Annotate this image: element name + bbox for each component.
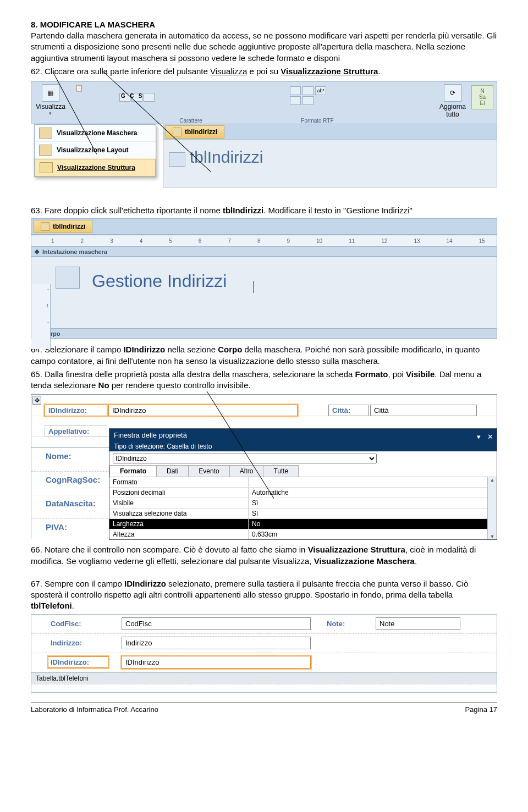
step-66: 66. Notare che il controllo non scompare… xyxy=(31,544,497,567)
scroll-down-icon: ▼ xyxy=(490,534,495,539)
nome-label[interactable]: Nome: xyxy=(46,451,72,461)
visualizza-button[interactable]: ▦ Visualizza ▾ xyxy=(36,84,65,116)
aggiorna-button[interactable]: ⟳ Aggiorna tutto xyxy=(436,84,469,118)
field-label[interactable]: Indirizzo: xyxy=(48,637,108,649)
ruler: 123456789101112131415 xyxy=(31,235,497,247)
footer-right: Pagina 17 xyxy=(465,705,497,714)
note-label[interactable]: Note: xyxy=(324,618,362,629)
step-63: 63. Fare doppio click sull'etichetta rip… xyxy=(31,205,497,216)
ribbon: ▦ Visualizza ▾ 📋 G C S ab² ⟳ Aggiorna tu… xyxy=(31,81,497,124)
prop-row[interactable]: Altezza0.633cm xyxy=(109,529,487,539)
ab-button[interactable]: ab² xyxy=(315,86,326,95)
field-box[interactable]: CodFisc xyxy=(122,617,311,630)
propsheet-dropdown-icon[interactable]: ▾ xyxy=(477,433,482,438)
appellativo-label[interactable]: Appellativo: xyxy=(45,426,107,437)
field-box[interactable]: Indirizzo xyxy=(122,637,311,649)
refresh-icon: ⟳ xyxy=(444,84,461,102)
bold-button[interactable] xyxy=(119,93,130,102)
propsheet-close-icon[interactable]: ✕ xyxy=(487,433,492,438)
paste-icon: 📋 xyxy=(72,84,86,101)
form-canvas: tblIndirizzi xyxy=(163,140,497,187)
note-field[interactable]: Note xyxy=(376,617,460,630)
list-button[interactable] xyxy=(290,86,301,95)
design-surface: -1- Gestione Indirizzi xyxy=(31,257,497,329)
field-box[interactable]: IDIndirizzo xyxy=(122,656,311,669)
datanascita-label[interactable]: DataNascita: xyxy=(46,499,96,508)
text-cursor xyxy=(254,281,254,293)
dropdown-item-struttura[interactable]: Visualizzazione Struttura xyxy=(35,159,156,176)
italic-button[interactable] xyxy=(131,93,142,102)
piva-label[interactable]: PIVA: xyxy=(46,522,67,532)
citta-label[interactable]: Città: xyxy=(328,405,369,416)
numbered-button[interactable] xyxy=(302,86,314,95)
vertical-ruler: -1- xyxy=(31,284,51,349)
section-corpo-bar: ◆ Corpo xyxy=(31,329,497,339)
table-caption-bar: Tabella.tblTelefoni xyxy=(31,672,497,684)
form-view-icon: ▦ xyxy=(42,84,59,102)
indent-inc-button[interactable] xyxy=(302,96,314,105)
gestione-label[interactable]: Gestione Indirizzi xyxy=(92,271,227,291)
section-expand-icon: ◆ xyxy=(35,248,39,255)
rtf-group: Formato RTF xyxy=(284,118,350,124)
prop-tab-evento[interactable]: Evento xyxy=(188,465,229,477)
prop-row[interactable]: VisibileSì xyxy=(109,498,487,509)
prop-row[interactable]: LarghezzaNo xyxy=(109,519,487,529)
propsheet-title: Finestra delle proprietà xyxy=(114,431,187,439)
propsheet-object-select[interactable]: IDIndirizzo xyxy=(113,454,377,463)
prop-tab-dati[interactable]: Dati xyxy=(156,465,189,477)
step-64: 64. Selezionare il campo IDIndirizzo nel… xyxy=(31,344,497,367)
form-icon xyxy=(169,152,185,167)
idindirizzo-label[interactable]: IDIndirizzo: xyxy=(45,405,107,416)
figure-2: tblIndirizzi 123456789101112131415 ◆ Int… xyxy=(31,218,497,339)
tabstrip: tblIndirizzi xyxy=(163,124,497,140)
citta-field[interactable]: Città xyxy=(370,405,477,416)
intro-paragraph: Partendo dalla maschera generata in auto… xyxy=(31,30,497,64)
tabstrip-2: tblIndirizzi xyxy=(31,218,497,235)
figure-4: CodFisc:CodFiscNote:NoteIndirizzo:Indiri… xyxy=(31,614,497,693)
step-65: 65. Dalla finestra delle proprietà posta… xyxy=(31,369,497,391)
idindirizzo-field[interactable]: IDIndirizzo xyxy=(108,405,298,416)
field-label[interactable]: IDIndirizzo: xyxy=(48,656,108,668)
design-row: CodFisc:CodFiscNote:Note xyxy=(31,615,497,634)
indent-dec-button[interactable] xyxy=(290,96,301,105)
propsheet-scrollbar[interactable]: ▲▼ xyxy=(487,477,497,539)
prop-tab-formato[interactable]: Formato xyxy=(109,465,157,477)
scroll-up-icon: ▲ xyxy=(490,477,495,483)
form-tab-icon xyxy=(173,128,182,136)
underline-button[interactable] xyxy=(144,93,155,102)
footer-left: Laboratorio di Informatica Prof. Accarin… xyxy=(31,705,158,714)
move-handle-icon[interactable]: ✥ xyxy=(32,396,41,405)
design-row: Indirizzo:Indirizzo xyxy=(31,634,497,653)
prop-row[interactable]: Visualizza selezione dataSì xyxy=(109,509,487,519)
prop-row[interactable]: Formato xyxy=(109,477,487,488)
form-title-label: tblIndirizzi xyxy=(163,140,497,167)
layout-icon xyxy=(39,145,52,156)
incolla-button[interactable]: 📋 xyxy=(67,84,91,102)
propsheet-tabs: FormatoDatiEventoAltroTutte xyxy=(109,465,497,477)
form-icon xyxy=(39,128,52,139)
property-sheet: Finestra delle proprietà ▾ ✕ Tipo di sel… xyxy=(109,428,497,540)
figure-3: ✥ IDIndirizzo: IDIndirizzo Città: Città … xyxy=(31,394,497,539)
tab-tblindirizzi-2[interactable]: tblIndirizzi xyxy=(34,220,92,233)
prop-tab-tutte[interactable]: Tutte xyxy=(263,465,299,477)
figure-1: ▦ Visualizza ▾ 📋 G C S ab² ⟳ Aggiorna tu… xyxy=(31,81,497,205)
form-tab-icon xyxy=(41,222,50,231)
propsheet-subtitle: Tipo di selezione: Casella di testo xyxy=(109,441,497,451)
tab-tblindirizzi[interactable]: tblIndirizzi xyxy=(166,125,224,139)
propsheet-property-list: FormatoPosizioni decimaliAutomaticheVisi… xyxy=(109,477,487,539)
design-icon xyxy=(40,162,53,173)
section-header-bar: ◆ Intestazione maschera xyxy=(31,247,497,257)
cognragsoc-label[interactable]: CognRagSoc: xyxy=(46,475,100,484)
field-label[interactable]: CodFisc: xyxy=(48,618,108,629)
page-footer: Laboratorio di Informatica Prof. Accarin… xyxy=(31,703,497,729)
form-header-icon xyxy=(56,267,80,289)
carattere-group: Carattere xyxy=(158,118,224,124)
dropdown-item-maschera[interactable]: Visualizzazione Maschera xyxy=(35,125,156,142)
design-row: IDIndirizzo:IDIndirizzo xyxy=(31,653,497,672)
new-record-icon: NSaEl xyxy=(471,85,493,109)
prop-row[interactable]: Posizioni decimaliAutomatiche xyxy=(109,488,487,498)
step-62: 62. Cliccare ora sulla parte inferiore d… xyxy=(31,66,497,77)
section-heading: 8. MODIFICARE LA MASCHERA xyxy=(31,20,497,29)
step-67: 67. Sempre con il campo IDIndirizzo sele… xyxy=(31,578,497,612)
